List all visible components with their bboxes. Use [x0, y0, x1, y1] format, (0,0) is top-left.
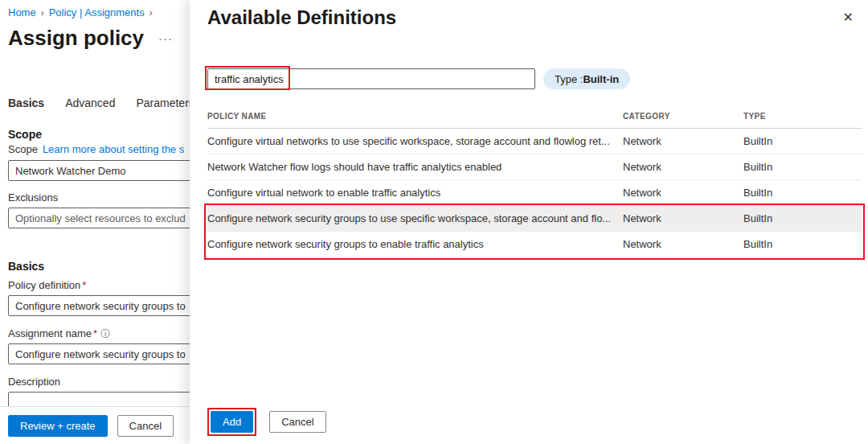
required-marker: *	[82, 279, 86, 291]
page-title: Assign policy	[8, 26, 144, 51]
assignment-name-label-row: Assignment name*ⓘ	[8, 327, 110, 341]
available-definitions-panel: Available Definitions ✕ Type : Built-in …	[190, 0, 868, 444]
policy-name-cell: Configure network security groups to ena…	[207, 238, 623, 250]
table-row[interactable]: Configure virtual networks to use specif…	[207, 129, 862, 154]
close-icon[interactable]: ✕	[843, 10, 854, 25]
category-cell: Network	[623, 135, 743, 147]
left-footer: Review + create Cancel	[0, 406, 190, 444]
add-button[interactable]: Add	[211, 411, 253, 433]
breadcrumb-separator: ›	[149, 7, 153, 18]
definitions-table: POLICY NAME CATEGORY TYPE Configure virt…	[207, 105, 862, 257]
panel-footer: Add Cancel	[207, 408, 326, 436]
breadcrumb-home-link[interactable]: Home	[8, 6, 36, 18]
required-marker: *	[93, 327, 97, 339]
annotation-add-button: Add	[207, 408, 256, 436]
tab-basics[interactable]: Basics	[8, 97, 44, 109]
page-header: Assign policy ···	[8, 26, 173, 51]
policy-definition-label: Policy definition	[8, 279, 80, 291]
type-cell: BuiltIn	[743, 212, 862, 224]
more-menu-button[interactable]: ···	[158, 31, 173, 45]
exclusions-label: Exclusions	[8, 191, 58, 204]
policy-definition-label-row: Policy definition*	[8, 279, 86, 291]
assignment-name-label: Assignment name	[8, 327, 92, 339]
column-header-category[interactable]: CATEGORY	[623, 112, 743, 121]
category-cell: Network	[623, 212, 743, 224]
type-filter-pill[interactable]: Type : Built-in	[543, 68, 630, 89]
review-create-button[interactable]: Review + create	[8, 415, 108, 437]
table-row[interactable]: Configure virtual network to enable traf…	[207, 180, 862, 206]
table-header-row: POLICY NAME CATEGORY TYPE	[207, 105, 862, 129]
category-cell: Network	[623, 161, 743, 173]
left-cancel-button[interactable]: Cancel	[117, 415, 174, 437]
table-row[interactable]: Network Watcher flow logs should have tr…	[207, 154, 862, 180]
type-filter-prefix: Type :	[555, 73, 583, 85]
category-cell: Network	[623, 238, 743, 250]
scope-section-heading: Scope	[8, 128, 42, 141]
policy-name-cell: Configure virtual networks to use specif…	[207, 135, 623, 147]
type-cell: BuiltIn	[743, 187, 862, 199]
table-body: Configure virtual networks to use specif…	[207, 129, 862, 257]
tab-bar: Basics Advanced Parameters	[8, 97, 194, 109]
column-header-type[interactable]: TYPE	[743, 112, 862, 121]
type-cell: BuiltIn	[743, 135, 862, 147]
column-header-policy-name[interactable]: POLICY NAME	[207, 112, 623, 121]
category-cell: Network	[623, 187, 743, 199]
scope-label: Scope	[8, 143, 38, 155]
description-label: Description	[8, 376, 60, 388]
table-row[interactable]: Configure network security groups to ena…	[207, 232, 862, 257]
type-cell: BuiltIn	[743, 161, 862, 173]
policy-name-cell: Configure network security groups to use…	[207, 212, 623, 224]
scope-learn-more-link[interactable]: Learn more about setting the s	[43, 143, 184, 155]
scope-field-label-row: Scope Learn more about setting the s	[8, 143, 184, 155]
breadcrumb: Home › Policy | Assignments ›	[8, 6, 153, 18]
policy-name-cell: Network Watcher flow logs should have tr…	[207, 161, 623, 173]
tab-parameters[interactable]: Parameters	[136, 97, 194, 109]
basics-section-heading: Basics	[8, 260, 44, 273]
definition-search-input[interactable]	[207, 68, 535, 89]
breadcrumb-policy-assignments-link[interactable]: Policy | Assignments	[49, 6, 145, 18]
type-filter-value: Built-in	[583, 73, 619, 85]
type-cell: BuiltIn	[743, 238, 862, 250]
panel-cancel-button[interactable]: Cancel	[269, 411, 326, 433]
breadcrumb-separator: ›	[41, 7, 44, 18]
panel-title: Available Definitions	[207, 6, 396, 29]
info-icon[interactable]: ⓘ	[100, 328, 110, 339]
table-row-selected[interactable]: Configure network security groups to use…	[207, 206, 862, 232]
policy-name-cell: Configure virtual network to enable traf…	[207, 187, 623, 199]
tab-advanced[interactable]: Advanced	[65, 97, 115, 109]
